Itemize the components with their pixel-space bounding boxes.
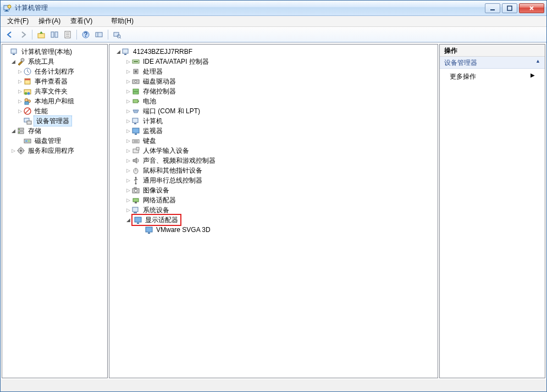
expand-icon[interactable] — [125, 67, 131, 76]
tree-shared-folders[interactable]: 共享文件夹 — [3, 86, 106, 96]
menu-help[interactable]: 帮助(H) — [107, 15, 138, 27]
pane-center[interactable]: 41243BZEJJ7RRBF IDE ATA/ATAPI 控制器 处理器 磁盘… — [109, 44, 438, 378]
expand-icon[interactable] — [125, 96, 131, 106]
device-imaging[interactable]: 图像设备 — [115, 185, 437, 195]
forward-button[interactable] — [17, 29, 29, 41]
back-button[interactable] — [4, 29, 16, 41]
device-keyboards[interactable]: 键盘 — [115, 136, 437, 146]
shared-folder-icon — [23, 87, 32, 96]
scan-button[interactable] — [111, 29, 123, 41]
expand-icon[interactable] — [10, 57, 16, 67]
expand-icon[interactable] — [125, 195, 131, 205]
device-computer[interactable]: 41243BZEJJ7RRBF — [115, 47, 437, 57]
expand-icon[interactable] — [125, 136, 131, 146]
expand-icon[interactable] — [125, 185, 131, 195]
expand-icon[interactable] — [125, 116, 131, 126]
separator — [32, 30, 32, 40]
expand-icon[interactable] — [16, 76, 23, 86]
device-computers[interactable]: 计算机 — [115, 116, 437, 126]
expand-icon[interactable] — [125, 205, 131, 215]
device-hid[interactable]: 人体学输入设备 — [115, 146, 437, 156]
device-vmware-svga[interactable]: VMware SVGA 3D — [115, 225, 437, 235]
expand-icon[interactable] — [16, 106, 23, 116]
computer-mgmt-icon — [10, 47, 19, 56]
expand-icon[interactable] — [10, 126, 16, 136]
toolbar: ? — [1, 27, 546, 42]
show-console-button[interactable] — [48, 29, 60, 41]
expand-icon[interactable] — [16, 86, 23, 96]
expand-icon[interactable] — [115, 47, 121, 57]
tree-device-manager[interactable]: 设备管理器 — [3, 116, 106, 126]
help-button[interactable]: ? — [80, 29, 92, 41]
more-actions-link[interactable]: 更多操作 ▶ — [440, 69, 545, 85]
tree-event-viewer[interactable]: 事件查看器 — [3, 76, 106, 86]
device-cpu[interactable]: 处理器 — [115, 67, 437, 76]
device-usb[interactable]: 通用串行总线控制器 — [115, 175, 437, 185]
device-network[interactable]: 网络适配器 — [115, 195, 437, 205]
svg-point-51 — [135, 80, 137, 82]
battery-icon — [131, 97, 140, 106]
expand-icon[interactable] — [16, 96, 23, 106]
expand-icon[interactable] — [125, 126, 131, 136]
device-mouse[interactable]: 鼠标和其他指针设备 — [115, 165, 437, 175]
expand-icon[interactable] — [16, 67, 23, 76]
tree-task-scheduler[interactable]: 任务计划程序 — [3, 67, 106, 76]
expand-icon[interactable] — [125, 57, 131, 67]
management-tree: 计算机管理(本地) 系统工具 任务计划程序 事件查看器 共享文件夹 本地用户和组… — [2, 45, 107, 158]
minimize-button[interactable] — [485, 3, 500, 13]
device-sound[interactable]: 声音、视频和游戏控制器 — [115, 156, 437, 165]
svg-rect-20 — [11, 49, 16, 53]
titlebar[interactable]: 计算机管理 — [1, 1, 546, 16]
device-disk-drive[interactable]: 磁盘驱动器 — [115, 76, 437, 86]
device-ports[interactable]: 端口 (COM 和 LPT) — [115, 106, 437, 116]
disk-drive-icon — [131, 77, 140, 86]
device-monitors[interactable]: 监视器 — [115, 126, 437, 136]
svg-rect-6 — [38, 34, 45, 38]
maximize-button[interactable] — [502, 3, 517, 13]
tree-performance[interactable]: 性能 — [3, 106, 106, 116]
svg-rect-52 — [133, 89, 139, 91]
actions-section[interactable]: 设备管理器 ▲ — [440, 57, 545, 69]
expand-icon[interactable] — [125, 175, 131, 185]
tree-services[interactable]: 服务和应用程序 — [3, 146, 106, 156]
ports-icon — [131, 107, 140, 115]
expand-icon[interactable] — [125, 76, 131, 86]
expand-icon[interactable] — [125, 106, 131, 116]
window-buttons — [485, 3, 544, 13]
device-manager-label: 设备管理器 — [34, 115, 72, 126]
svg-point-37 — [19, 129, 20, 130]
device-battery[interactable]: 电池 — [115, 96, 437, 106]
tree-storage[interactable]: 存储 — [3, 126, 106, 136]
svg-point-27 — [25, 92, 27, 95]
expand-icon[interactable] — [125, 86, 131, 96]
device-display[interactable]: 显示适配器 — [115, 215, 437, 225]
close-button[interactable] — [519, 3, 544, 13]
menu-action[interactable]: 操作(A) — [34, 15, 65, 27]
tree-system-tools[interactable]: 系统工具 — [3, 57, 106, 67]
mouse-icon — [131, 166, 140, 175]
pane-left[interactable]: 计算机管理(本地) 系统工具 任务计划程序 事件查看器 共享文件夹 本地用户和组… — [2, 44, 108, 378]
menu-file[interactable]: 文件(F) — [3, 15, 33, 27]
camera-icon — [131, 186, 140, 195]
tree-local-users[interactable]: 本地用户和组 — [3, 96, 106, 106]
tree-root[interactable]: 计算机管理(本地) — [3, 47, 106, 57]
expand-icon[interactable] — [125, 156, 131, 165]
view-mode-button[interactable] — [93, 29, 105, 41]
expand-icon[interactable] — [10, 146, 16, 156]
expand-icon[interactable] — [125, 215, 131, 225]
storage-ctrl-icon — [131, 87, 140, 96]
expand-icon[interactable] — [125, 146, 131, 156]
up-button[interactable] — [35, 29, 47, 41]
svg-rect-74 — [134, 187, 136, 189]
users-icon — [23, 97, 32, 106]
cpu-icon — [131, 67, 140, 76]
properties-button[interactable] — [62, 29, 74, 41]
svg-rect-45 — [124, 54, 126, 55]
svg-rect-55 — [138, 101, 139, 102]
device-ide[interactable]: IDE ATA/ATAPI 控制器 — [115, 57, 437, 67]
device-storage-ctrl[interactable]: 存储控制器 — [115, 86, 437, 96]
collapse-icon[interactable]: ▲ — [535, 58, 540, 67]
tree-disk-management[interactable]: 磁盘管理 — [3, 136, 106, 146]
menu-view[interactable]: 查看(V) — [66, 15, 97, 27]
expand-icon[interactable] — [125, 165, 131, 175]
